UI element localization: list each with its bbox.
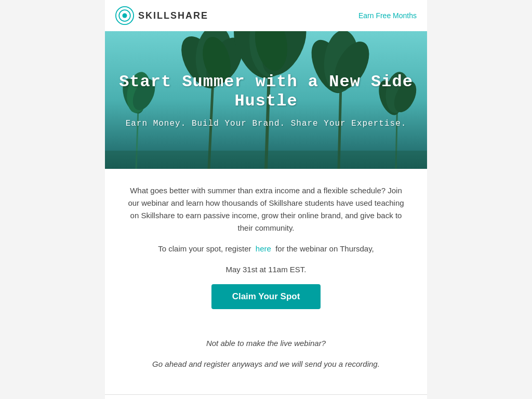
svg-rect-26	[105, 151, 427, 169]
email-wrapper: SKILLSHARE Earn Free Months	[105, 0, 427, 399]
register-line: To claim your spot, register here for th…	[126, 243, 406, 255]
recording-note-2: Go ahead and register anyways and we wil…	[126, 358, 406, 370]
svg-point-2	[123, 14, 127, 18]
recording-note-1: Not able to make the live webinar?	[126, 337, 406, 350]
content-area: What goes better with summer than extra …	[105, 169, 427, 394]
footer: Don't want to receive these emails anymo…	[105, 394, 427, 399]
hero-title: Start Summer with a New Side Hustle	[105, 72, 427, 111]
logo-text: SKILLSHARE	[138, 10, 208, 21]
body-paragraph: What goes better with summer than extra …	[126, 184, 406, 234]
skillshare-logo-icon	[115, 6, 134, 25]
hero-subtitle: Earn Money. Build Your Brand. Share Your…	[105, 119, 427, 128]
register-prefix: To claim your spot, register	[158, 244, 251, 253]
date-line: May 31st at 11am EST.	[126, 263, 406, 276]
register-suffix: for the webinar on Thursday,	[275, 244, 374, 253]
earn-free-months-link[interactable]: Earn Free Months	[358, 11, 417, 20]
here-link[interactable]: here	[256, 244, 271, 253]
hero-banner: Start Summer with a New Side Hustle Earn…	[105, 31, 427, 169]
logo-area: SKILLSHARE	[115, 6, 208, 25]
claim-spot-button[interactable]: Claim Your Spot	[211, 284, 321, 309]
header: SKILLSHARE Earn Free Months	[105, 0, 427, 31]
hero-text-block: Start Summer with a New Side Hustle Earn…	[105, 72, 427, 128]
